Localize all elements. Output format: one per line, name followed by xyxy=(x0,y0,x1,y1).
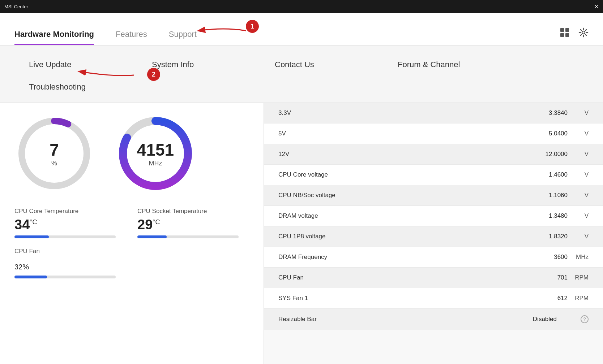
temperature-row: CPU Core Temperature 34°C CPU Socket Tem… xyxy=(14,204,249,238)
cpu-fan-bar-bg xyxy=(14,276,116,278)
stats-row-name: 5V xyxy=(278,130,539,137)
stats-row-value: 1.8320 xyxy=(539,233,568,240)
cpu-socket-temp-section: CPU Socket Temperature 29°C xyxy=(137,208,239,238)
cpu-core-temp-bar-bg xyxy=(14,235,116,238)
grid-icon xyxy=(560,27,570,38)
cpu-core-temp-section: CPU Core Temperature 34°C xyxy=(14,208,116,238)
svg-rect-1 xyxy=(565,28,569,32)
title-bar: MSI Center — ✕ xyxy=(0,0,603,13)
stats-row-value: 612 xyxy=(539,295,568,302)
stats-row-unit: V xyxy=(570,130,589,137)
gear-icon xyxy=(578,27,589,38)
stats-row: 5V5.0400V xyxy=(264,124,603,144)
left-panel: 7 % xyxy=(0,103,264,364)
minimize-button[interactable]: — xyxy=(583,4,589,9)
stats-row: 3.3V3.3840V xyxy=(264,103,603,124)
support-item-system-info[interactable]: System Info xyxy=(152,56,275,73)
support-item-troubleshooting[interactable]: Troubleshooting xyxy=(29,79,152,95)
stats-row-value: 5.0400 xyxy=(539,130,568,137)
stats-row: DRAM Frequency3600MHz xyxy=(264,247,603,268)
stats-row-name: DRAM Frequency xyxy=(278,254,539,261)
cpu-freq-value: 4151 xyxy=(137,140,174,160)
cpu-usage-value: 7 xyxy=(50,140,59,160)
stats-row-value: 3.3840 xyxy=(539,109,568,117)
cpu-usage-donut: 7 % xyxy=(14,114,94,193)
app-title: MSI Center xyxy=(4,4,28,9)
cpu-core-temp-bar-fill xyxy=(14,235,49,238)
tab-hardware-monitoring[interactable]: Hardware Monitoring xyxy=(14,30,94,45)
stats-row-unit: V xyxy=(570,212,589,220)
stats-row: CPU Core voltage1.4600V xyxy=(264,165,603,185)
window-controls: — ✕ xyxy=(583,4,599,9)
stats-row-unit: MHz xyxy=(570,254,589,261)
stats-row-unit: V xyxy=(570,171,589,178)
stats-row-name: Resizable Bar xyxy=(278,316,528,323)
cpu-socket-temp-bar-bg xyxy=(137,235,239,238)
stats-row: SYS Fan 1612RPM xyxy=(264,288,603,309)
content-area: 7 % xyxy=(0,103,603,364)
nav-icons xyxy=(560,27,589,45)
right-panel: 3.3V3.3840V5V5.0400V12V12.0000VCPU Core … xyxy=(264,103,603,364)
stats-row-value: 1.4600 xyxy=(539,171,568,178)
cpu-fan-value: 32% xyxy=(14,257,249,273)
stats-row-unit: V xyxy=(570,151,589,158)
stats-row-value: 701 xyxy=(539,274,568,281)
stats-row-value: Disabled xyxy=(528,316,557,323)
stats-row-name: CPU Fan xyxy=(278,274,539,281)
cpu-core-temp-value: 34°C xyxy=(14,217,116,233)
cpu-freq-center: 4151 MHz xyxy=(137,140,174,167)
support-item-forum-channel[interactable]: Forum & Channel xyxy=(398,56,521,73)
stats-row-unit: V xyxy=(570,109,589,117)
stats-row-name: SYS Fan 1 xyxy=(278,295,539,302)
cpu-socket-temp-value: 29°C xyxy=(137,217,239,233)
support-nav-grid: Live Update System Info Contact Us Forum… xyxy=(29,56,521,95)
stats-row-name: CPU 1P8 voltage xyxy=(278,233,539,240)
stats-row-unit: V xyxy=(570,233,589,240)
cpu-core-temp-label: CPU Core Temperature xyxy=(14,208,116,215)
close-button[interactable]: ✕ xyxy=(594,4,599,9)
grid-icon-button[interactable] xyxy=(560,27,570,40)
stats-row-value: 1.1060 xyxy=(539,192,568,199)
stats-row: 12V12.0000V xyxy=(264,144,603,165)
stats-row-name: 12V xyxy=(278,151,539,158)
cpu-fan-section: CPU Fan 32% xyxy=(14,248,249,278)
stats-row: CPU Fan701RPM xyxy=(264,268,603,288)
cpu-fan-bar-fill xyxy=(14,276,47,278)
tab-features[interactable]: Features xyxy=(116,30,147,45)
settings-icon-button[interactable] xyxy=(578,27,589,40)
stats-row-unit: V xyxy=(570,192,589,199)
cpu-freq-gauge: 4151 MHz xyxy=(116,114,195,193)
svg-rect-3 xyxy=(565,33,569,37)
stats-row-value: 3600 xyxy=(539,254,568,261)
stats-row-value: 12.0000 xyxy=(539,151,568,158)
nav-tabs: Hardware Monitoring Features Support xyxy=(14,30,197,45)
svg-rect-2 xyxy=(560,33,564,37)
svg-point-4 xyxy=(582,31,585,34)
cpu-freq-donut: 4151 MHz xyxy=(116,114,195,193)
stats-row-unit: RPM xyxy=(570,295,589,302)
stats-row-name: CPU NB/Soc voltage xyxy=(278,192,539,199)
stats-row-name: DRAM voltage xyxy=(278,212,539,220)
stats-row: Resizable BarDisabled? xyxy=(264,309,603,330)
cpu-socket-temp-label: CPU Socket Temperature xyxy=(137,208,239,215)
stats-row-value: 1.3480 xyxy=(539,212,568,220)
gauges-row: 7 % xyxy=(14,114,249,193)
cpu-usage-center: 7 % xyxy=(50,140,59,167)
stats-help-icon[interactable]: ? xyxy=(581,315,589,323)
stats-row-name: 3.3V xyxy=(278,109,539,117)
stats-row-name: CPU Core voltage xyxy=(278,171,539,178)
cpu-usage-unit: % xyxy=(50,160,59,167)
svg-rect-0 xyxy=(560,28,564,32)
support-nav: Live Update System Info Contact Us Forum… xyxy=(0,46,603,103)
support-item-contact-us[interactable]: Contact Us xyxy=(275,56,398,73)
main-nav: Hardware Monitoring Features Support xyxy=(0,13,603,46)
support-item-live-update[interactable]: Live Update xyxy=(29,56,152,73)
stats-row: CPU NB/Soc voltage1.1060V xyxy=(264,185,603,206)
tab-support[interactable]: Support xyxy=(169,30,197,45)
cpu-fan-label: CPU Fan xyxy=(14,248,249,255)
cpu-usage-gauge: 7 % xyxy=(14,114,94,193)
stats-row: CPU 1P8 voltage1.8320V xyxy=(264,226,603,247)
stats-table: 3.3V3.3840V5V5.0400V12V12.0000VCPU Core … xyxy=(264,103,603,330)
stats-row-unit: RPM xyxy=(570,274,589,281)
cpu-freq-unit: MHz xyxy=(137,160,174,167)
